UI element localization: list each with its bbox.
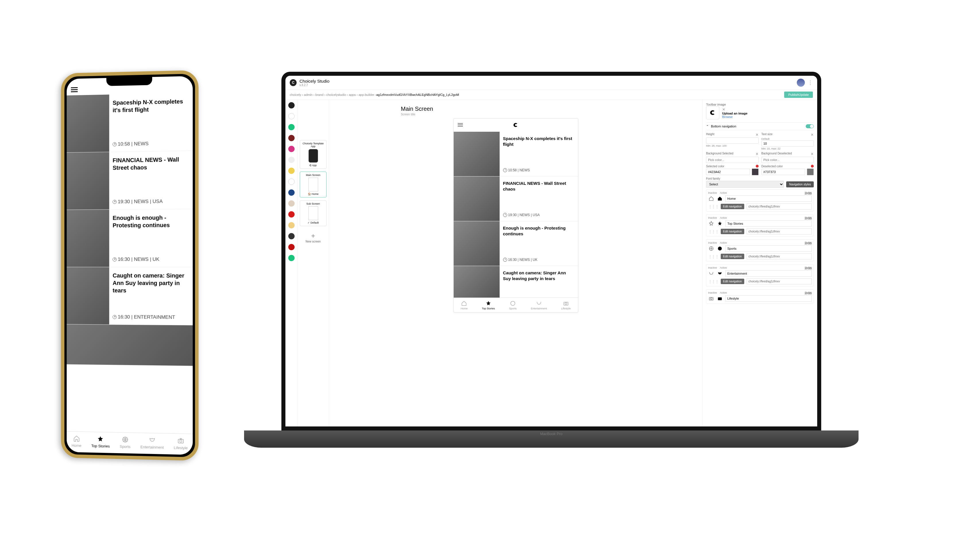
close-icon[interactable]: ✕ — [809, 216, 812, 220]
app-rail — [285, 100, 298, 426]
rail-app-icon[interactable] — [288, 102, 294, 108]
clear-icon[interactable]: ✕ — [756, 152, 759, 156]
edit-navigation-button[interactable]: Edit navigation — [721, 254, 744, 259]
mask-outline-icon[interactable] — [708, 270, 714, 277]
close-icon[interactable]: ✕ — [809, 291, 812, 295]
rail-app-icon[interactable] — [288, 146, 294, 152]
new-screen-button[interactable]: + New screen — [300, 229, 326, 246]
tab-home[interactable]: Home — [72, 435, 81, 448]
rail-app-icon[interactable] — [288, 233, 294, 239]
tab-sports[interactable]: Sports — [120, 435, 130, 449]
clear-icon[interactable]: ✕ — [811, 152, 814, 156]
clear-icon[interactable]: ✕ — [811, 133, 814, 137]
template-app-card[interactable]: Choicely Template App C App — [300, 140, 326, 169]
rail-app-icon[interactable] — [288, 244, 294, 250]
camera-filled-icon[interactable] — [717, 295, 723, 302]
edit-navigation-button[interactable]: Edit navigation — [721, 204, 744, 209]
ball-filled-icon[interactable] — [717, 245, 723, 252]
user-avatar[interactable] — [797, 79, 805, 87]
nav-item-label-input[interactable] — [725, 221, 812, 227]
nav-item-label-input[interactable] — [725, 195, 812, 202]
tab-top-stories[interactable]: Top Stories — [482, 300, 495, 310]
reset-icon[interactable] — [756, 165, 759, 168]
drag-handle-icon[interactable]: ⋮⋮⋮ — [708, 204, 718, 209]
toolbar-image-preview[interactable] — [706, 106, 719, 119]
sub-screen-card[interactable]: Sub Screen ✓ Default — [300, 200, 326, 226]
news-item[interactable]: FINANCIAL NEWS - Wall Street chaos 19:30… — [67, 151, 192, 210]
selected-color-input[interactable] — [706, 169, 750, 175]
close-icon[interactable]: ✕ — [809, 241, 812, 245]
rail-app-icon[interactable] — [288, 168, 294, 174]
clear-icon[interactable]: ✕ — [756, 133, 759, 137]
drag-handle-icon[interactable]: ⋮⋮⋮ — [708, 254, 718, 259]
rail-app-icon[interactable] — [288, 200, 294, 206]
rail-app-icon[interactable] — [288, 157, 294, 163]
news-item[interactable]: FINANCIAL NEWS - Wall Street chaos 19:30… — [454, 176, 578, 221]
nav-item-label-input[interactable] — [725, 295, 812, 302]
phone-preview[interactable]: Spaceship N-X completes it's first fligh… — [453, 118, 578, 313]
height-input[interactable] — [706, 137, 759, 144]
color-swatch[interactable] — [807, 168, 814, 175]
news-item[interactable]: Enough is enough - Protesting continues … — [67, 209, 192, 267]
color-swatch[interactable] — [752, 168, 759, 175]
navigation-styles-button[interactable]: Navigation styles — [786, 181, 814, 187]
reset-icon[interactable] — [811, 165, 814, 168]
font-family-select[interactable]: Select — [706, 181, 784, 188]
phone-feed[interactable]: Spaceship N-X completes it's first fligh… — [67, 93, 192, 433]
news-item[interactable]: Enough is enough - Protesting continues … — [454, 221, 578, 266]
nav-item-label-input[interactable] — [725, 245, 812, 252]
camera-outline-icon[interactable] — [708, 295, 714, 302]
deselected-color-input[interactable] — [762, 169, 805, 175]
news-item[interactable]: Spaceship N-X completes it's first fligh… — [454, 132, 578, 176]
nav-url-field[interactable]: choicely://feed/ag1zfmxv — [746, 253, 812, 259]
tab-lifestyle[interactable]: Lifestyle — [174, 437, 188, 450]
hamburger-icon[interactable] — [458, 123, 463, 127]
tab-sports[interactable]: Sports — [509, 300, 517, 310]
news-item[interactable] — [67, 324, 192, 366]
news-item[interactable]: Caught on camera: Singer Ann Suy leaving… — [67, 267, 192, 326]
rail-app-icon[interactable] — [288, 178, 294, 185]
news-item[interactable]: Caught on camera: Singer Ann Suy leaving… — [454, 266, 578, 298]
mask-filled-icon[interactable] — [717, 270, 723, 277]
rail-app-icon[interactable] — [288, 222, 294, 229]
ball-outline-icon[interactable] — [708, 245, 714, 252]
nav-url-field[interactable]: choicely://feed/ag1zfmxv — [746, 203, 812, 210]
hamburger-icon[interactable] — [71, 87, 78, 92]
rail-app-icon[interactable] — [288, 255, 294, 261]
star-outline-icon[interactable] — [708, 221, 714, 227]
more-icon[interactable]: ⋮ — [808, 79, 813, 86]
rail-app-icon[interactable] — [288, 189, 294, 196]
bottom-nav-section[interactable]: ⌃ Bottom navigation — [706, 122, 814, 130]
publish-button[interactable]: PublishUpdate — [784, 92, 813, 98]
tab-lifestyle[interactable]: Lifestyle — [562, 300, 571, 310]
bg-selected-input[interactable] — [706, 157, 759, 163]
clear-icon[interactable]: ✕ — [722, 107, 725, 112]
rail-app-icon[interactable] — [288, 135, 294, 141]
toggle-switch[interactable] — [806, 124, 814, 128]
tab-home[interactable]: Home — [461, 300, 468, 310]
text-size-input[interactable] — [762, 140, 814, 147]
close-icon[interactable]: ✕ — [809, 191, 812, 195]
home-outline-icon[interactable] — [708, 195, 714, 202]
rail-app-icon[interactable] — [288, 113, 294, 119]
close-icon[interactable]: ✕ — [809, 266, 812, 270]
bg-deselected-input[interactable] — [762, 157, 814, 163]
nav-url-field[interactable]: choicely://feed/ag1zfmxv — [746, 229, 812, 235]
star-filled-icon[interactable] — [717, 221, 723, 227]
home-filled-icon[interactable] — [717, 195, 723, 202]
nav-item-label-input[interactable] — [725, 270, 812, 277]
rail-app-icon[interactable] — [288, 211, 294, 218]
tab-entertainment[interactable]: Entertainment — [140, 436, 164, 450]
tab-entertainment[interactable]: Entertainment — [531, 300, 547, 310]
breadcrumb-path[interactable]: choicely › admin › brand › choicelystudi… — [290, 93, 376, 97]
main-screen-card[interactable]: Main Screen 🏠 Home — [300, 171, 326, 197]
drag-handle-icon[interactable]: ⋮⋮⋮ — [708, 279, 718, 284]
tab-top-stories[interactable]: Top Stories — [91, 435, 110, 448]
drag-handle-icon[interactable]: ⋮⋮⋮ — [708, 229, 718, 234]
rail-app-icon[interactable] — [288, 124, 294, 130]
edit-navigation-button[interactable]: Edit navigation — [721, 279, 744, 284]
news-item[interactable]: Spaceship N-X completes it's first fligh… — [67, 93, 192, 152]
browse-link[interactable]: Browse — [722, 115, 748, 119]
edit-navigation-button[interactable]: Edit navigation — [721, 229, 744, 234]
nav-url-field[interactable]: choicely://feed/ag1zfmxv — [746, 278, 812, 284]
